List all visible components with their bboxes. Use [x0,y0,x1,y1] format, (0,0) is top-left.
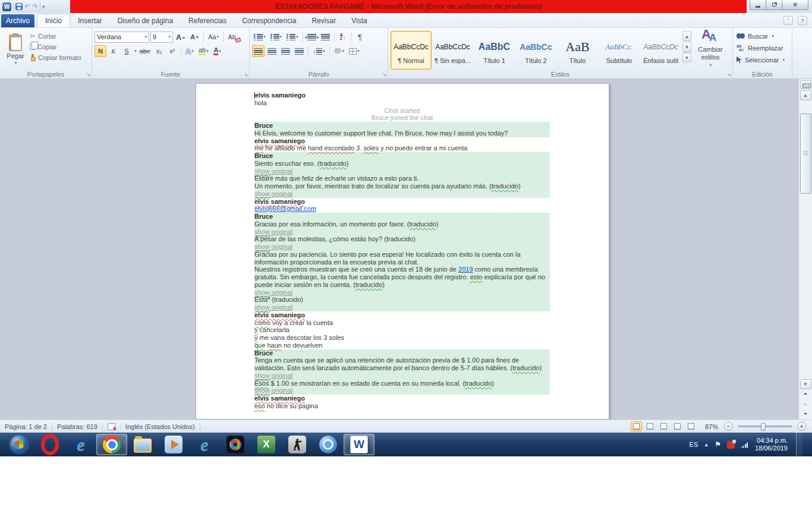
font-family-combobox[interactable]: Verdana▾ [95,31,149,43]
tab-referencias[interactable]: Referencias [181,14,234,27]
multilevel-list-button[interactable]: ▾ [285,31,300,43]
align-left-button[interactable] [252,45,265,57]
minimize-button[interactable] [750,0,766,10]
hyperlink[interactable]: elvisj666@gmail.com [254,205,316,212]
shading-button[interactable]: ▾ [332,45,347,57]
align-center-button[interactable] [266,45,278,57]
show-paragraph-marks-button[interactable]: ¶ [354,31,366,43]
dialog-launcher-icon[interactable]: ↘ [727,72,731,77]
zoom-in-button[interactable]: + [797,422,806,431]
undo-icon[interactable]: ↶ [24,3,30,10]
ruler-toggle-icon[interactable] [800,80,811,89]
draft-view-button[interactable] [685,421,697,431]
cut-button[interactable]: ✂Cortar [29,31,83,41]
align-right-button[interactable] [279,45,292,57]
scroll-down-icon[interactable]: ▼ [800,379,811,389]
sort-button[interactable]: AZ↓ [337,31,349,43]
restore-button[interactable] [766,0,782,10]
google-chrome[interactable] [96,434,127,455]
hidden-icons-chevron-icon[interactable]: ▲ [704,442,709,447]
format-painter-button[interactable]: Copiar formato [29,52,83,62]
tab-vista[interactable]: Vista [344,14,374,27]
redo-icon[interactable]: ↷ [32,3,38,10]
line-spacing-button[interactable]: ↕▾ [311,45,327,57]
word-logo-icon[interactable]: W [2,2,11,11]
borders-button[interactable]: ▾ [347,45,361,57]
tab-dise-o-de-p-gina[interactable]: Diseño de página [110,14,181,27]
find-button[interactable]: Buscar▾ [735,30,789,42]
bullets-button[interactable]: ▾ [252,31,267,43]
collapse-ribbon-icon[interactable]: ˆ [783,16,793,25]
paste-button[interactable]: Pegar ▾ [2,30,29,70]
style-énfasis-sutil[interactable]: AaBbCcDcÉnfasis sutil [640,31,681,70]
chevron-down-icon[interactable]: ▾ [134,49,137,53]
excel[interactable]: X [251,434,282,455]
increase-indent-button[interactable] [319,31,332,43]
customize-qat-icon[interactable]: ▾ [42,4,45,10]
word-count[interactable]: Palabras: 619 [52,422,102,431]
gallery-scroll-up-icon[interactable]: ▴ [682,31,691,41]
help-icon[interactable]: ? [798,16,807,25]
gallery-more-icon[interactable]: ▾ [682,52,691,62]
print-layout-view-button[interactable] [631,421,642,431]
bold-button[interactable]: N [95,45,106,57]
start-button[interactable] [4,434,34,455]
style--sin-espa-[interactable]: AaBbCcDc¶ Sin espa... [432,31,473,70]
underline-button[interactable]: S [121,45,133,57]
style--normal[interactable]: AaBbCcDc¶ Normal [391,31,432,70]
gallery-scroll-down-icon[interactable]: ▾ [682,42,691,52]
tab-insertar[interactable]: Insertar [70,14,110,27]
spellcheck-status[interactable] [103,422,120,431]
zoom-out-button[interactable]: − [724,422,733,431]
select-button[interactable]: Seleccionar▾ [735,54,789,65]
save-icon[interactable] [15,3,23,10]
clock[interactable]: 04:34 p.m. 18/06/2019 [755,437,788,452]
vertical-scrollbar[interactable]: ▲ ▼ ⏶ ○ ⏷ [798,79,812,420]
dialog-launcher-icon[interactable]: ↘ [86,72,90,77]
video-player[interactable] [220,434,251,455]
copy-button[interactable]: Copiar [29,42,83,52]
change-styles-button[interactable]: AA Cambiar estilos ▾ [691,30,729,70]
zoom-level[interactable]: 87% [705,423,718,430]
justify-button[interactable] [293,45,306,57]
style-título-2[interactable]: AaBbCcTítulo 2 [515,31,556,70]
italic-button[interactable]: K [108,45,119,57]
browse-object-icon[interactable]: ○ [800,399,811,409]
tray-alert-icon[interactable] [727,441,735,449]
zoom-slider-thumb[interactable] [761,423,766,431]
hyperlink[interactable]: 2019 [458,266,473,273]
style-subtítulo[interactable]: AaBbCc.Subtítulo [599,31,640,70]
scroll-up-icon[interactable]: ▲ [800,90,811,100]
tab-archivo[interactable]: Archivo [1,14,34,27]
internet-explorer[interactable]: e [65,434,96,455]
previous-page-icon[interactable]: ⏶ [800,389,811,399]
grow-font-button[interactable]: A▲ [174,31,187,43]
numbering-button[interactable]: ▾ [269,31,284,43]
show-desktop-button[interactable] [796,433,802,456]
network-signal-icon[interactable] [741,442,749,448]
file-explorer[interactable] [127,434,158,455]
style-título[interactable]: AaBTítulo [557,31,598,70]
dialog-launcher-icon[interactable]: ↘ [244,72,248,77]
dialog-launcher-icon[interactable]: ↘ [382,72,386,77]
internet-explorer-2[interactable]: e [189,434,220,455]
chromium-browser[interactable] [313,434,344,455]
windows-media-player[interactable] [158,434,189,455]
document-page[interactable]: elvis samaniegoholaChat startedBruce joi… [196,83,609,420]
opera-browser[interactable] [34,434,65,455]
action-center-flag-icon[interactable]: ⚑ [715,440,721,449]
counter-strike[interactable] [282,434,313,455]
clear-formatting-button[interactable]: Ab [226,31,238,43]
page-indicator[interactable]: Página: 1 de 2 [0,422,52,431]
font-size-combobox[interactable]: 9▾ [150,31,173,43]
superscript-button[interactable]: x² [166,45,178,57]
subscript-button[interactable]: x₂ [153,45,165,57]
tab-inicio[interactable]: Inicio [37,14,70,27]
close-button[interactable]: × [782,0,808,10]
replace-button[interactable]: abacReemplazar [735,42,789,53]
shrink-font-button[interactable]: A▼ [188,31,201,43]
full-screen-reading-view-button[interactable] [644,421,656,431]
word[interactable]: W [344,434,374,455]
language-indicator[interactable]: Inglés (Estados Unidos) [121,422,200,431]
scrollbar-thumb[interactable] [800,114,811,194]
